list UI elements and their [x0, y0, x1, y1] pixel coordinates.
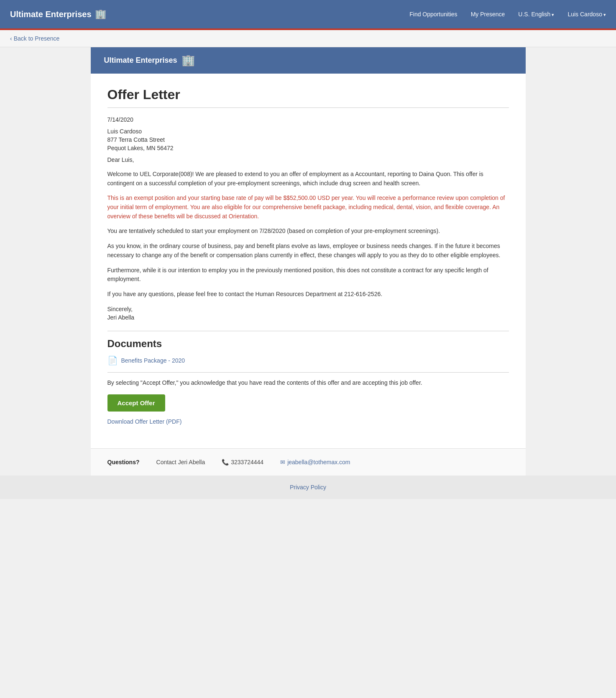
email-icon: ✉	[280, 459, 285, 465]
footer-email[interactable]: ✉ jeabella@tothemax.com	[280, 459, 350, 465]
offer-body: Offer Letter 7/14/2020 Luis Cardoso 877 …	[91, 74, 526, 448]
navbar: Ultimate Enterprises 🏢 Find Opportunitie…	[0, 0, 616, 28]
back-to-presence-link[interactable]: ‹ Back to Presence	[10, 35, 59, 42]
document-link[interactable]: Benefits Package - 2020	[121, 357, 185, 364]
offer-date: 7/14/2020	[107, 116, 509, 123]
offer-title: Offer Letter	[107, 87, 509, 102]
offer-para1: Welcome to UEL Corporate(008)! We are pl…	[107, 170, 509, 188]
offer-greeting: Dear Luis,	[107, 156, 509, 163]
documents-divider	[107, 331, 509, 331]
chevron-left-icon: ‹	[10, 35, 12, 42]
offer-para2: This is an exempt position and your star…	[107, 194, 509, 221]
back-link-bar: ‹ Back to Presence	[0, 30, 616, 47]
brand: Ultimate Enterprises 🏢	[10, 9, 409, 20]
email-address: jeabella@tothemax.com	[287, 459, 350, 465]
footer-phone: 📞 3233724444	[222, 459, 263, 465]
bottom-footer: Privacy Policy	[0, 476, 616, 499]
phone-icon: 📞	[222, 459, 229, 465]
privacy-policy-link[interactable]: Privacy Policy	[290, 484, 326, 491]
questions-label: Questions?	[107, 459, 140, 465]
brand-building-icon: 🏢	[95, 9, 106, 20]
offer-addressee: Luis Cardoso	[107, 128, 509, 135]
offer-address-line2: Pequot Lakes, MN 56472	[107, 145, 509, 151]
offer-signer: Jeri Abella	[107, 314, 509, 321]
documents-title: Documents	[107, 338, 509, 350]
offer-para6: If you have any questions, please feel f…	[107, 290, 509, 299]
company-banner-name: Ultimate Enterprises	[104, 56, 177, 65]
user-dropdown[interactable]: Luis Cardoso	[567, 11, 606, 18]
offer-title-divider	[107, 107, 509, 108]
brand-label: Ultimate Enterprises	[10, 10, 92, 19]
language-dropdown[interactable]: U.S. English	[518, 11, 554, 18]
my-presence-link[interactable]: My Presence	[471, 11, 505, 18]
document-icon: 📄	[107, 355, 118, 366]
phone-number: 3233724444	[231, 459, 263, 465]
offer-para3: You are tentatively scheduled to start y…	[107, 227, 509, 236]
find-opportunities-link[interactable]: Find Opportunities	[409, 11, 457, 18]
offer-address-line1: 877 Terra Cotta Street	[107, 136, 509, 143]
offer-salutation: Sincerely,	[107, 306, 509, 312]
download-offer-link[interactable]: Download Offer Letter (PDF)	[107, 418, 182, 425]
offer-para4: As you know, in the ordinary course of b…	[107, 242, 509, 260]
footer-questions: Questions? Contact Jeri Abella 📞 3233724…	[91, 448, 526, 476]
accept-note: By selecting "Accept Offer," you acknowl…	[107, 379, 509, 386]
accept-divider	[107, 372, 509, 373]
navbar-links: Find Opportunities My Presence U.S. Engl…	[409, 11, 606, 18]
contact-name: Contact Jeri Abella	[156, 459, 205, 465]
content-wrapper: Ultimate Enterprises 🏢 Offer Letter 7/14…	[91, 47, 526, 476]
offer-para5: Furthermore, while it is our intention t…	[107, 266, 509, 284]
company-banner-icon: 🏢	[181, 54, 195, 67]
document-item: 📄 Benefits Package - 2020	[107, 355, 509, 366]
accept-offer-button[interactable]: Accept Offer	[107, 394, 165, 412]
company-banner: Ultimate Enterprises 🏢	[91, 47, 526, 74]
